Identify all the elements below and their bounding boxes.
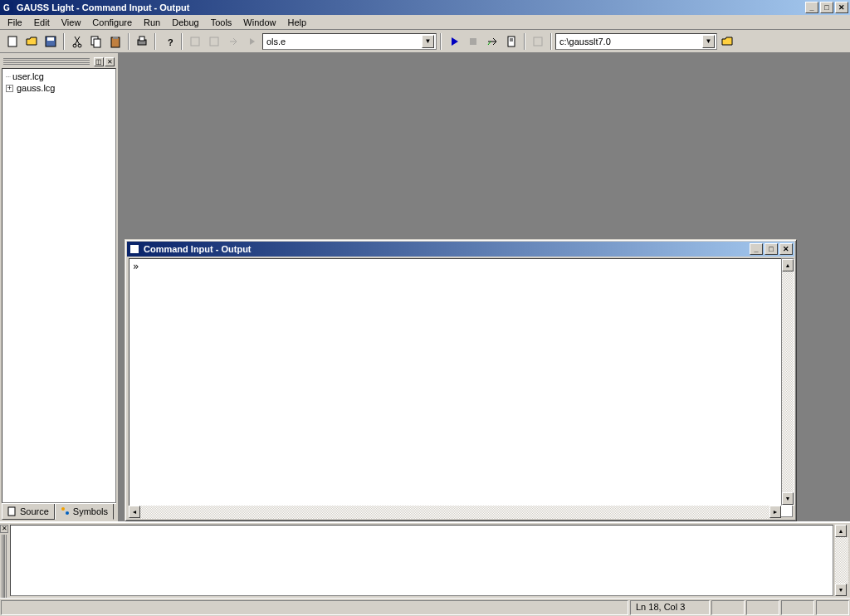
command-io-icon [129, 243, 140, 255]
tool-button-4[interactable] [243, 32, 261, 51]
output-panel-close-button[interactable]: ✕ [0, 525, 8, 533]
paste-button[interactable] [106, 32, 125, 51]
menu-view[interactable]: View [56, 17, 87, 28]
file-combo-input[interactable] [266, 37, 422, 46]
library-button[interactable] [529, 32, 547, 51]
open-button[interactable] [22, 32, 41, 51]
copy-button[interactable] [87, 32, 105, 51]
command-prompt: » [133, 261, 139, 272]
command-io-hscrollbar[interactable]: ◄ ► [129, 506, 781, 519]
menu-debug[interactable]: Debug [166, 17, 204, 28]
svg-rect-8 [94, 39, 100, 47]
scroll-down-button[interactable]: ▼ [782, 492, 794, 505]
tool-button-2[interactable] [205, 32, 223, 51]
file-combo-dropdown[interactable]: ▼ [422, 35, 434, 48]
scroll-track[interactable] [835, 537, 848, 584]
svg-point-22 [61, 507, 65, 511]
child-close-button[interactable]: ✕ [779, 243, 793, 255]
svg-text:G: G [3, 3, 10, 12]
minimize-button[interactable]: _ [805, 2, 818, 13]
new-button[interactable] [3, 32, 22, 51]
scroll-track[interactable] [140, 506, 769, 519]
side-panel-header: ◫ ✕ [2, 55, 116, 68]
browse-folder-button[interactable] [718, 32, 736, 51]
scroll-track[interactable] [782, 271, 794, 492]
scroll-up-button[interactable]: ▲ [782, 259, 794, 271]
tool-button-3[interactable] [224, 32, 242, 51]
doc-button[interactable] [502, 32, 520, 51]
tab-symbols[interactable]: Symbols [55, 504, 114, 520]
maximize-button[interactable]: □ [820, 2, 833, 13]
path-combo[interactable]: ▼ [555, 33, 717, 50]
side-panel: ◫ ✕ ┈ user.lcg + gauss.lcg Source Symbol… [0, 53, 118, 521]
svg-rect-10 [113, 37, 118, 39]
titlebar: G GAUSS Light - Command Input - Output _… [0, 0, 850, 15]
scroll-down-button[interactable]: ▼ [835, 584, 847, 596]
window-title: GAUSS Light - Command Input - Output [17, 2, 804, 12]
menu-run[interactable]: Run [138, 17, 166, 28]
path-combo-input[interactable] [559, 37, 702, 46]
menu-help[interactable]: Help [281, 17, 312, 28]
tab-label: Source [20, 506, 49, 516]
source-icon [7, 506, 17, 516]
print-button[interactable] [133, 32, 151, 51]
run-button[interactable] [445, 32, 463, 51]
output-panel-vscrollbar[interactable]: ▲ ▼ [835, 525, 848, 596]
svg-text:?: ? [168, 37, 173, 47]
tree-expand-icon[interactable]: + [6, 85, 13, 92]
app-icon: G [2, 2, 13, 13]
stop-button[interactable] [464, 32, 482, 51]
svg-rect-20 [534, 37, 542, 46]
output-panel-content[interactable] [10, 525, 833, 596]
svg-rect-16 [470, 38, 476, 45]
side-panel-tabs: Source Symbols [2, 503, 116, 520]
svg-rect-4 [47, 37, 54, 41]
close-button[interactable]: ✕ [835, 2, 848, 13]
tree-connector-icon: ┈ [6, 72, 11, 81]
svg-rect-2 [8, 37, 17, 46]
step-button[interactable] [483, 32, 501, 51]
window-controls: _ □ ✕ [804, 2, 848, 13]
status-cell-1 [711, 600, 745, 615]
symbols-icon [61, 506, 71, 516]
menu-tools[interactable]: Tools [205, 17, 238, 28]
child-minimize-button[interactable]: _ [750, 243, 763, 255]
output-panel-grip: ✕ [0, 523, 8, 598]
menu-file[interactable]: File [2, 17, 28, 28]
status-message [1, 600, 628, 615]
command-io-textarea[interactable]: » [129, 258, 793, 517]
help-button[interactable]: ? [159, 32, 178, 51]
menubar: File Edit View Configure Run Debug Tools… [0, 15, 850, 30]
scroll-right-button[interactable]: ► [769, 506, 781, 518]
side-panel-close-button[interactable]: ✕ [105, 57, 115, 66]
command-io-titlebar[interactable]: Command Input - Output _ □ ✕ [127, 242, 794, 257]
svg-rect-12 [139, 37, 144, 41]
scroll-left-button[interactable]: ◄ [129, 506, 140, 518]
tool-button-1[interactable] [186, 32, 204, 51]
child-maximize-button[interactable]: □ [765, 243, 778, 255]
status-cell-2 [746, 600, 779, 615]
command-io-vscrollbar[interactable]: ▲ ▼ [781, 258, 794, 506]
command-io-window: Command Input - Output _ □ ✕ » ▲ ▼ ◄ ► [125, 239, 797, 521]
save-button[interactable] [42, 32, 60, 51]
menu-window[interactable]: Window [237, 17, 281, 28]
svg-point-23 [66, 511, 69, 515]
tab-source[interactable]: Source [2, 504, 55, 520]
tree-item-gauss[interactable]: + gauss.lcg [6, 82, 115, 94]
scroll-up-button[interactable]: ▲ [835, 525, 847, 537]
svg-rect-15 [210, 37, 218, 46]
file-combo[interactable]: ▼ [262, 33, 437, 50]
toolbar: ? ▼ ▼ [0, 30, 850, 53]
library-tree[interactable]: ┈ user.lcg + gauss.lcg [2, 68, 116, 503]
side-panel-pin-button[interactable]: ◫ [94, 57, 104, 66]
cut-button[interactable] [68, 32, 86, 51]
tab-label: Symbols [73, 506, 108, 516]
menu-edit[interactable]: Edit [28, 17, 56, 28]
statusbar: Ln 18, Col 3 [0, 598, 850, 616]
command-io-title-text: Command Input - Output [144, 244, 748, 254]
path-combo-dropdown[interactable]: ▼ [702, 35, 715, 48]
tree-item-label: gauss.lcg [17, 83, 55, 93]
menu-configure[interactable]: Configure [86, 17, 138, 28]
tree-item-user[interactable]: ┈ user.lcg [6, 71, 115, 82]
svg-rect-17 [508, 37, 515, 46]
